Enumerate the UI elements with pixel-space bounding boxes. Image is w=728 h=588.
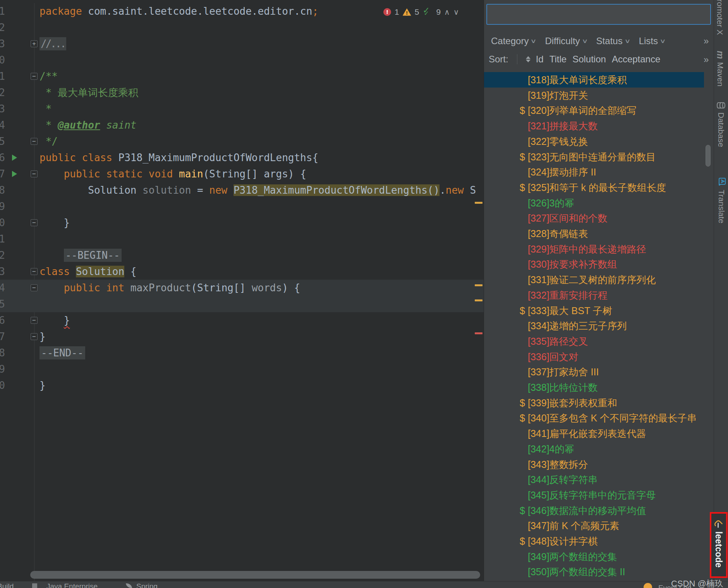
code-line[interactable]: 3+//... [0, 36, 484, 52]
list-scrollbar-thumb[interactable] [706, 145, 711, 167]
problem-item[interactable]: [319]灯泡开关 [484, 88, 704, 103]
code-line[interactable]: 13 * [0, 101, 484, 117]
problem-item[interactable]: $[325]和等于 k 的最长子数组长度 [484, 180, 704, 195]
code-line[interactable]: 22 --BEGIN-- [0, 247, 484, 263]
sort-overflow-button[interactable]: » [704, 54, 709, 65]
code-line[interactable]: 25 [0, 296, 484, 312]
problem-item[interactable]: $[333]最大 BST 子树 [484, 303, 704, 318]
problem-item[interactable]: [349]两个数组的交集 [484, 549, 704, 564]
problem-item[interactable]: [318]最大单词长度乘积 [484, 72, 704, 88]
problem-item[interactable]: [334]递增的三元子序列 [484, 318, 704, 334]
problem-item[interactable]: [336]回文对 [484, 349, 704, 364]
sort-option-id[interactable]: Id [536, 54, 544, 65]
problem-item[interactable]: [321]拼接最大数 [484, 118, 704, 134]
statusbar-build[interactable]: Build [0, 582, 14, 588]
code-line[interactable]: 14 * @author saint [0, 117, 484, 133]
code-line[interactable]: 20− } [0, 215, 484, 231]
problem-item[interactable]: $[323]无向图中连通分量的数目 [484, 149, 704, 165]
problem-item[interactable]: $[340]至多包含 K 个不同字符的最长子串 [484, 410, 704, 426]
code-line[interactable]: 27−} [0, 328, 484, 345]
problem-item[interactable]: [324]摆动排序 II [484, 164, 704, 180]
fold-collapse-icon[interactable]: − [31, 219, 38, 226]
code-line[interactable]: 23−class Solution { [0, 263, 484, 280]
filter-difficulty[interactable]: Difficulty∨ [545, 36, 587, 46]
problem-item[interactable]: [328]奇偶链表 [484, 226, 704, 241]
filter-row: Category∨Difficulty∨Status∨Lists∨ [491, 34, 665, 48]
problem-item[interactable]: $[320]列举单词的全部缩写 [484, 103, 704, 118]
event-log-icon [644, 583, 652, 588]
fold-collapse-icon[interactable]: − [31, 73, 38, 80]
code-line[interactable]: 17− public static void main(String[] arg… [0, 166, 484, 182]
problem-item[interactable]: [331]验证二叉树的前序序列化 [484, 272, 704, 287]
prev-problem-icon[interactable]: ∧ [444, 7, 450, 17]
problem-item[interactable]: [326]3的幂 [484, 195, 704, 211]
code-line[interactable]: 12 * 最大单词长度乘积 [0, 84, 484, 101]
problem-item[interactable]: [332]重新安排行程 [484, 287, 704, 303]
code-line[interactable]: 11−/** [0, 68, 484, 84]
filter-category[interactable]: Category∨ [491, 36, 536, 46]
code-line[interactable]: 16public class P318_MaximumProductOfWord… [0, 150, 484, 166]
code-line[interactable]: 18 Solution solution = new P318_MaximumP… [0, 182, 484, 198]
problem-item[interactable]: [327]区间和的个数 [484, 210, 704, 226]
problem-item[interactable]: $[339]嵌套列表权重和 [484, 395, 704, 411]
code-line[interactable]: 26− } [0, 312, 484, 328]
problem-title: [346]数据流中的移动平均值 [528, 503, 646, 518]
code-line[interactable]: 15− */ [0, 133, 484, 150]
fold-collapse-icon[interactable]: − [31, 138, 38, 145]
code-line[interactable]: 28--END-- [0, 345, 484, 361]
horizontal-scrollbar[interactable] [30, 571, 480, 579]
tool-button-maven[interactable]: m Maven [715, 51, 726, 86]
filter-label: Category [491, 36, 529, 46]
problem-item[interactable]: $[346]数据流中的移动平均值 [484, 503, 704, 518]
code-line[interactable]: 10 [0, 52, 484, 68]
error-stripe-mark [475, 332, 482, 334]
sort-option-acceptance[interactable]: Acceptance [612, 54, 660, 65]
code-line[interactable]: 2 [0, 19, 484, 36]
database-icon [717, 101, 725, 109]
sort-option-title[interactable]: Title [549, 54, 567, 65]
statusbar-java-enterprise[interactable]: Java Enterprise [46, 582, 98, 588]
problem-item[interactable]: [329]矩阵中的最长递增路径 [484, 241, 704, 257]
code-line[interactable]: 29 [0, 361, 484, 377]
problem-item[interactable]: [344]反转字符串 [484, 472, 704, 487]
filters-overflow-button[interactable]: » [704, 36, 709, 46]
statusbar-spring[interactable]: Spring [136, 582, 158, 588]
next-problem-icon[interactable]: ∨ [453, 7, 459, 17]
problem-item[interactable]: [345]反转字符串中的元音字母 [484, 487, 704, 503]
code-line[interactable]: 30} [0, 377, 484, 394]
filter-lists[interactable]: Lists∨ [639, 36, 665, 46]
problem-item[interactable]: [335]路径交叉 [484, 334, 704, 349]
tool-button-database[interactable]: Database [716, 101, 726, 147]
inspection-widget[interactable]: ! 1 ! 5 ✓✓ 9 ∧ ∨ [383, 6, 459, 18]
problem-item[interactable]: [350]两个数组的交集 II [484, 564, 704, 579]
fold-collapse-icon[interactable]: − [31, 170, 38, 177]
code-line[interactable]: 19 [0, 198, 484, 215]
problem-item[interactable]: [347]前 K 个高频元素 [484, 518, 704, 533]
search-box[interactable] [486, 4, 711, 25]
filter-status[interactable]: Status∨ [596, 36, 630, 46]
code-text [0, 19, 484, 36]
problem-item[interactable]: $[348]设计井字棋 [484, 533, 704, 549]
code-line[interactable]: 24− public int maxProduct(String[] words… [0, 280, 484, 296]
sort-option-solution[interactable]: Solution [572, 54, 606, 65]
problem-item[interactable]: [341]扁平化嵌套列表迭代器 [484, 426, 704, 441]
problem-item[interactable]: [342]4的幂 [484, 441, 704, 457]
problem-item[interactable]: [343]整数拆分 [484, 457, 704, 472]
problem-item[interactable]: [338]比特位计数 [484, 380, 704, 395]
search-input[interactable] [487, 5, 710, 24]
fold-collapse-icon[interactable]: − [31, 317, 38, 324]
tool-button-translate[interactable]: Translate [717, 177, 726, 224]
code-line[interactable]: 21 [0, 231, 484, 247]
tool-button-promoter-x[interactable]: Promoter X [715, 0, 725, 35]
problem-item[interactable]: [337]打家劫舍 III [484, 364, 704, 380]
problem-item[interactable]: [330]按要求补齐数组 [484, 256, 704, 272]
problem-item[interactable]: [322]零钱兑换 [484, 134, 704, 149]
fold-collapse-icon[interactable]: − [31, 268, 38, 275]
passed-count: 9 [436, 7, 441, 17]
sort-direction-icon[interactable] [526, 56, 531, 62]
fold-collapse-icon[interactable]: − [31, 284, 38, 291]
chevron-down-icon: ∨ [531, 38, 537, 45]
fold-collapse-icon[interactable]: − [31, 333, 38, 340]
fold-expand-icon[interactable]: + [31, 40, 38, 47]
code-editor[interactable]: 1package com.saint.leetcode.leetcode.edi… [0, 0, 484, 581]
